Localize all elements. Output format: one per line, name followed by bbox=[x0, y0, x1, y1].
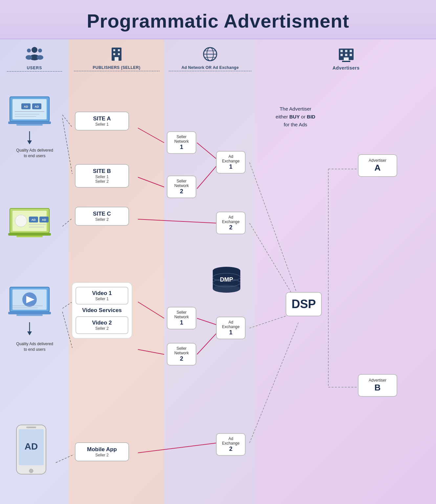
video1-box: Video 1 Seller 1 bbox=[76, 287, 128, 304]
adex2-mid-num: 2 bbox=[229, 224, 232, 231]
svg-rect-37 bbox=[115, 57, 119, 61]
svg-rect-82 bbox=[8, 312, 51, 314]
svg-point-29 bbox=[37, 55, 43, 60]
video2-box: Video 2 Seller 2 bbox=[76, 316, 128, 334]
svg-text:DMP: DMP bbox=[220, 276, 233, 283]
laptop-1: AD AD bbox=[7, 95, 57, 129]
adex1-top-num: 1 bbox=[229, 163, 232, 170]
site-a-box: SITE A Seller 1 bbox=[75, 112, 129, 131]
svg-point-28 bbox=[38, 49, 42, 52]
publishers-header: PUBLISHERS (SELLER) bbox=[69, 46, 164, 71]
adex2-bottom-num: 2 bbox=[229, 446, 232, 452]
svg-rect-33 bbox=[113, 49, 115, 51]
svg-marker-85 bbox=[27, 331, 32, 335]
advertisers-header-label: Advertisers bbox=[292, 65, 400, 72]
seller-network-2-bottom: SellerNetwork 2 bbox=[167, 343, 196, 366]
users-header-label: USERS bbox=[7, 66, 62, 72]
publishers-header-label: PUBLISHERS (SELLER) bbox=[74, 65, 160, 71]
svg-rect-50 bbox=[344, 57, 349, 61]
sn2-top-num: 2 bbox=[180, 188, 183, 195]
video-services-container: Video 1 Seller 1 Video Services Video 2 … bbox=[72, 282, 132, 339]
video1-sub: Seller 1 bbox=[79, 297, 124, 301]
svg-rect-83 bbox=[16, 314, 43, 316]
laptop-3 bbox=[7, 285, 57, 320]
page-title: Programmatic Advertisment bbox=[7, 10, 429, 32]
svg-text:AD: AD bbox=[42, 218, 46, 221]
publishers-icon bbox=[108, 46, 125, 64]
ad-exchange-2-mid: AdExchange 2 bbox=[216, 212, 246, 234]
adv-b-letter: B bbox=[375, 383, 381, 393]
svg-rect-74 bbox=[8, 233, 51, 236]
svg-text:AD: AD bbox=[25, 441, 38, 452]
svg-point-89 bbox=[29, 469, 33, 473]
laptop-2: AD AD bbox=[7, 207, 57, 241]
ad-exchange-2-bottom: AdExchange 2 bbox=[216, 433, 246, 456]
network-icon bbox=[202, 46, 218, 64]
site-b-box: SITE B Seller 1 Seller 2 bbox=[75, 164, 129, 188]
seller-network-1-top: SellerNetwork 1 bbox=[167, 131, 196, 154]
dsp-box: DSP bbox=[286, 292, 322, 316]
site-c-title: SITE C bbox=[93, 211, 111, 217]
mobile-app-sub: Seller 2 bbox=[95, 453, 109, 457]
svg-rect-46 bbox=[350, 50, 352, 52]
advertiser-a-box: Advertiser A bbox=[358, 154, 397, 177]
title-area: Programmatic Advertisment bbox=[0, 0, 436, 39]
users-header: USERS bbox=[0, 46, 69, 72]
svg-rect-34 bbox=[118, 49, 120, 51]
mobile-app-title: Mobile App bbox=[87, 446, 117, 453]
video2-title: Video 2 bbox=[79, 320, 124, 326]
down-arrow-2 bbox=[26, 322, 33, 337]
video-services-label: Video Services bbox=[76, 307, 128, 314]
main-diagram: USERS PUBLISHERS (SELLER) bbox=[0, 39, 436, 504]
svg-rect-44 bbox=[340, 50, 343, 52]
sn1-bottom-num: 1 bbox=[180, 319, 183, 326]
adv-b-title: Advertiser bbox=[369, 378, 386, 383]
site-a-sub: Seller 1 bbox=[95, 122, 109, 127]
svg-point-93 bbox=[213, 285, 240, 293]
svg-rect-49 bbox=[350, 54, 352, 56]
video2-sub: Seller 2 bbox=[79, 326, 124, 331]
bg-publishers-col bbox=[69, 39, 164, 504]
site-c-sub: Seller 2 bbox=[95, 217, 109, 222]
svg-rect-51 bbox=[342, 61, 350, 62]
users-icon bbox=[26, 46, 44, 64]
svg-text:AD: AD bbox=[32, 218, 36, 221]
network-header-label: Ad Network OR Ad Exchange bbox=[169, 65, 251, 71]
down-arrow-1 bbox=[26, 131, 33, 146]
svg-rect-36 bbox=[118, 53, 120, 55]
svg-point-67 bbox=[15, 215, 27, 227]
sn2-bottom-num: 2 bbox=[180, 355, 183, 362]
network-header: Ad Network OR Ad Exchange bbox=[164, 46, 256, 71]
phone-icon: AD bbox=[11, 423, 51, 477]
site-b-title: SITE B bbox=[93, 168, 111, 175]
mobile-app-box: Mobile App Seller 2 bbox=[75, 442, 129, 461]
svg-point-27 bbox=[26, 55, 32, 60]
video1-title: Video 1 bbox=[79, 290, 124, 297]
svg-point-26 bbox=[27, 49, 31, 52]
ad-exchange-1-bottom: AdExchange 1 bbox=[216, 317, 246, 339]
seller-network-2-top: SellerNetwork 2 bbox=[167, 176, 196, 198]
adv-a-title: Advertiser bbox=[369, 158, 386, 163]
svg-text:AD: AD bbox=[24, 105, 28, 108]
svg-rect-90 bbox=[26, 427, 36, 428]
advertisers-icon bbox=[337, 46, 355, 64]
svg-rect-48 bbox=[345, 54, 347, 56]
svg-rect-62 bbox=[16, 124, 43, 126]
user-desc-1: Quality Ads deliveredto end users bbox=[3, 148, 67, 159]
svg-rect-45 bbox=[345, 50, 347, 52]
ad-exchange-1-top: AdExchange 1 bbox=[216, 151, 246, 174]
adv-a-letter: A bbox=[375, 163, 381, 173]
advertiser-b-box: Advertiser B bbox=[358, 374, 397, 397]
svg-rect-61 bbox=[8, 121, 51, 124]
site-c-box: SITE C Seller 2 bbox=[75, 207, 129, 226]
dsp-label: DSP bbox=[292, 297, 316, 311]
site-a-title: SITE A bbox=[93, 116, 111, 122]
svg-text:AD: AD bbox=[35, 105, 39, 108]
dmp-element: DMP bbox=[210, 266, 243, 295]
site-b-sub: Seller 1 Seller 2 bbox=[95, 175, 109, 184]
user-desc-2: Quality Ads deliveredto end users bbox=[3, 341, 67, 352]
advertiser-note: The Advertisereither BUY or BIDfor the A… bbox=[263, 105, 328, 129]
seller-network-1-bottom: SellerNetwork 1 bbox=[167, 307, 196, 329]
advertisers-header: Advertisers bbox=[256, 46, 436, 72]
adex1-bottom-num: 1 bbox=[229, 329, 232, 336]
